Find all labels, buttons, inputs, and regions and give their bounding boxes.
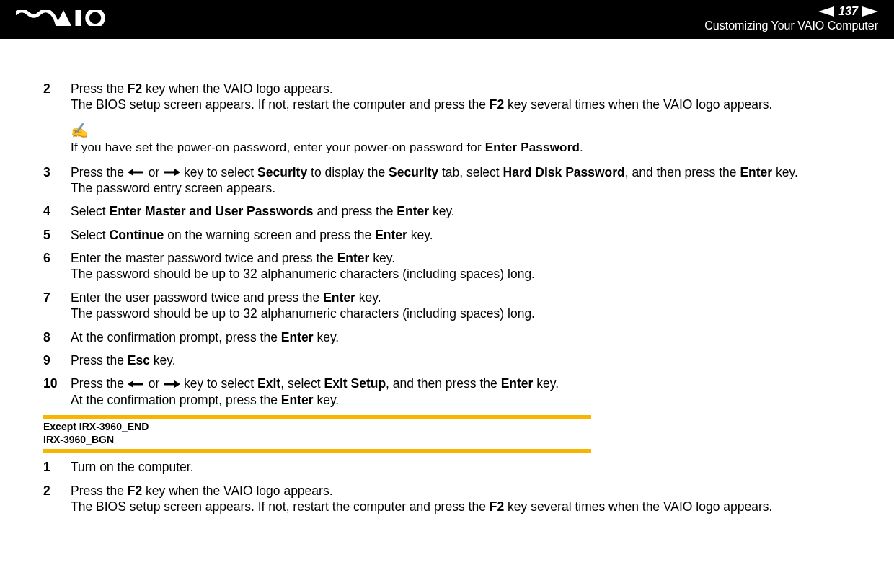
step-number: 6 (43, 250, 50, 266)
svg-marker-8 (128, 380, 133, 388)
arrow-right-icon (163, 165, 180, 179)
step-item: 10 Press the or key to select Exit, sele… (43, 375, 851, 408)
steps-list-1: 2 Press the F2 key when the VAIO logo ap… (43, 81, 851, 408)
step-number: 9 (43, 352, 50, 368)
note-text: If you have set the power-on password, e… (71, 141, 583, 154)
nav-next-icon[interactable] (862, 6, 878, 17)
step-item: 7 Enter the user password twice and pres… (43, 290, 851, 322)
step-number: 8 (43, 329, 50, 345)
step-item: 5 Select Continue on the warning screen … (43, 227, 851, 243)
step-text: Select Enter Master and User Passwords a… (71, 204, 455, 218)
step-item: 2 Press the F2 key when the VAIO logo ap… (43, 81, 851, 113)
step-text: Enter the user password twice and press … (71, 290, 535, 321)
svg-marker-0 (56, 10, 71, 26)
step-item: 2 Press the F2 key when the VAIO logo ap… (43, 483, 851, 515)
page-number-row: 137 (818, 5, 878, 18)
note: ✍ If you have set the power-on password,… (71, 123, 851, 156)
yellow-divider-bottom (43, 449, 591, 453)
step-text: Press the F2 key when the VAIO logo appe… (71, 81, 772, 112)
step-number: 10 (43, 375, 57, 391)
page-content: 2 Press the F2 key when the VAIO logo ap… (0, 39, 894, 514)
header-right: 137 Customizing Your VAIO Computer (704, 5, 878, 32)
arrow-left-icon (128, 376, 145, 391)
page-header: 137 Customizing Your VAIO Computer (0, 0, 894, 39)
note-icon: ✍ (71, 123, 851, 138)
step-text: Press the or key to select Security to d… (71, 165, 798, 195)
step-text: Press the Esc key. (71, 353, 176, 368)
step-number: 5 (43, 227, 50, 243)
page-number: 137 (838, 5, 858, 18)
step-number: 7 (43, 290, 50, 306)
arrow-left-icon (128, 165, 145, 179)
step-number: 1 (43, 459, 50, 475)
marker-line2: IRX-3960_BGN (43, 434, 114, 445)
vaio-logo (16, 10, 111, 29)
svg-marker-4 (128, 169, 133, 176)
step-item: 1 Turn on the computer. (43, 459, 851, 475)
step-number: 3 (43, 164, 50, 180)
yellow-divider-top (43, 415, 591, 419)
marker-line1: Except IRX-3960_END (43, 421, 149, 432)
section-title: Customizing Your VAIO Computer (704, 19, 878, 32)
step-item: 8 At the confirmation prompt, press the … (43, 329, 851, 345)
step-text: At the confirmation prompt, press the En… (71, 330, 339, 344)
steps-list-2: 1 Turn on the computer.2 Press the F2 ke… (43, 459, 851, 514)
svg-point-2 (87, 10, 103, 26)
step-text: Turn on the computer. (71, 460, 194, 474)
step-text: Press the or key to select Exit, select … (71, 376, 559, 406)
step-text: Press the F2 key when the VAIO logo appe… (71, 484, 772, 514)
step-item: 3 Press the or key to select Security to… (43, 164, 851, 197)
step-number: 2 (43, 81, 50, 97)
nav-prev-icon[interactable] (818, 6, 834, 17)
svg-marker-6 (174, 169, 180, 176)
step-item: 4 Select Enter Master and User Passwords… (43, 203, 851, 219)
step-text: Select Continue on the warning screen an… (71, 228, 433, 242)
svg-rect-1 (76, 10, 81, 26)
step-number: 2 (43, 483, 50, 499)
step-number: 4 (43, 203, 50, 219)
section-marker: Except IRX-3960_END IRX-3960_BGN (43, 415, 851, 453)
arrow-right-icon (163, 376, 180, 391)
step-text: Enter the master password twice and pres… (71, 251, 535, 281)
step-item: 6 Enter the master password twice and pr… (43, 250, 851, 282)
step-item: 9 Press the Esc key. (43, 352, 851, 368)
svg-marker-10 (174, 380, 180, 388)
